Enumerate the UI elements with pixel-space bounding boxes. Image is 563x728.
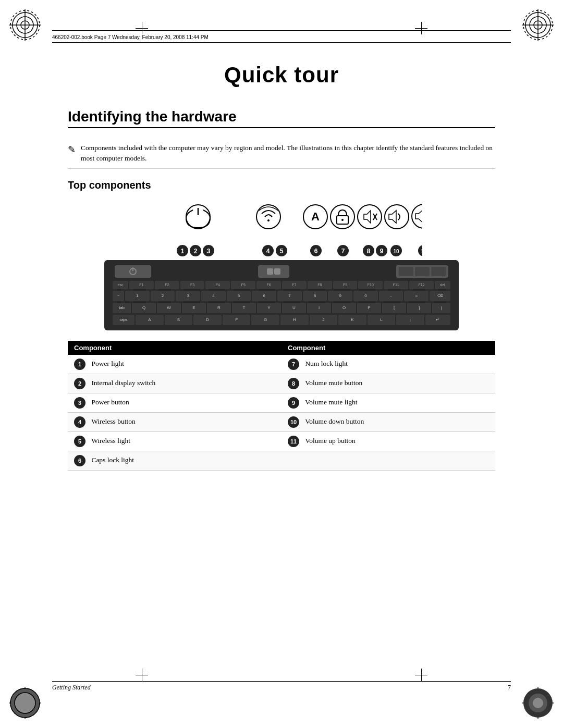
main-content: Quick tour Identifying the hardware ✎ Co… xyxy=(68,0,495,471)
table-cell-right: 10 Volume down button xyxy=(282,412,495,431)
component-number: 11 xyxy=(288,436,299,447)
corner-decoration-br xyxy=(522,687,554,719)
component-number: 5 xyxy=(74,436,85,447)
footer: Getting Started 7 xyxy=(52,681,511,692)
svg-point-40 xyxy=(385,205,409,229)
table-cell-right xyxy=(282,451,495,470)
table-row: 6 Caps lock light xyxy=(68,451,495,470)
component-number: 4 xyxy=(74,416,85,428)
component-number: 7 xyxy=(288,359,299,370)
table-cell-left: 3 Power button xyxy=(68,393,282,412)
table-cell-right: 7 Num lock light xyxy=(282,355,495,374)
note-text: Components included with the computer ma… xyxy=(81,143,495,164)
table-row: 4 Wireless button10 Volume down button xyxy=(68,412,495,431)
svg-text:6: 6 xyxy=(314,248,318,255)
svg-point-30 xyxy=(267,219,270,221)
header-bar-text: 466202-002.book Page 7 Wednesday, Februa… xyxy=(52,34,209,40)
table-row: 5 Wireless light11 Volume up button xyxy=(68,431,495,451)
svg-point-35 xyxy=(341,219,344,221)
corner-decoration-bl xyxy=(9,687,41,719)
page-title: Quick tour xyxy=(68,63,495,88)
table-cell-right: 8 Volume mute button xyxy=(282,374,495,393)
header-bar: 466202-002.book Page 7 Wednesday, Februa… xyxy=(52,30,511,43)
table-cell-right: 11 Volume up button xyxy=(282,431,495,451)
svg-text:7: 7 xyxy=(341,248,345,255)
diagram-container: A xyxy=(68,200,495,330)
svg-point-27 xyxy=(533,698,543,708)
table-cell-right: 9 Volume mute light xyxy=(282,393,495,412)
col2-header: Component xyxy=(282,341,495,355)
table-cell-left: 6 Caps lock light xyxy=(68,451,282,470)
svg-point-36 xyxy=(358,205,382,229)
table-cell-left: 1 Power light xyxy=(68,355,282,374)
component-number: 9 xyxy=(288,397,299,409)
component-number: 8 xyxy=(288,378,299,389)
svg-marker-37 xyxy=(364,211,371,223)
svg-point-33 xyxy=(331,205,354,229)
table-cell-left: 5 Wireless light xyxy=(68,431,282,451)
table-row: 2 Internal display switch8 Volume mute b… xyxy=(68,374,495,393)
cross-marker-bottom-left xyxy=(136,669,148,681)
corner-decoration-tl xyxy=(9,9,41,41)
svg-text:3: 3 xyxy=(207,248,211,255)
component-number: 3 xyxy=(74,397,85,409)
keyboard-photo: esc F1 F2 F3 F4 F5 F6 F7 F8 F9 F10 F11 F… xyxy=(104,260,459,330)
svg-text:8: 8 xyxy=(367,248,371,255)
svg-text:A: A xyxy=(311,210,320,223)
svg-point-29 xyxy=(256,205,280,229)
footer-left: Getting Started xyxy=(52,684,91,692)
component-number: 10 xyxy=(288,416,299,428)
svg-text:10: 10 xyxy=(393,249,399,254)
svg-marker-41 xyxy=(389,211,396,223)
component-number: 6 xyxy=(74,455,85,466)
footer-right: 7 xyxy=(508,684,511,692)
svg-text:2: 2 xyxy=(194,248,198,255)
svg-marker-43 xyxy=(415,210,422,223)
table-row: 1 Power light7 Num lock light xyxy=(68,355,495,374)
numbers-row-svg: 1 2 3 4 5 6 xyxy=(141,241,422,260)
component-number: 1 xyxy=(74,359,85,370)
svg-text:9: 9 xyxy=(380,248,384,255)
corner-decoration-tr xyxy=(522,9,554,41)
note-box: ✎ Components included with the computer … xyxy=(68,139,495,169)
svg-point-19 xyxy=(15,693,35,713)
svg-text:5: 5 xyxy=(280,248,284,255)
component-number: 2 xyxy=(74,378,85,389)
subsection-title: Top components xyxy=(68,179,495,191)
table-cell-left: 4 Wireless button xyxy=(68,412,282,431)
section-title: Identifying the hardware xyxy=(68,108,495,128)
components-table: Component Component 1 Power light7 Num l… xyxy=(68,341,495,471)
note-icon: ✎ xyxy=(68,144,76,155)
svg-point-42 xyxy=(412,204,422,228)
cross-marker-bottom-right xyxy=(415,669,427,681)
col1-header: Component xyxy=(68,341,282,355)
table-cell-left: 2 Internal display switch xyxy=(68,374,282,393)
svg-text:1: 1 xyxy=(181,248,185,255)
svg-text:11: 11 xyxy=(421,249,422,254)
table-row: 3 Power button9 Volume mute light xyxy=(68,393,495,412)
icons-diagram-svg: A xyxy=(141,200,422,241)
svg-text:4: 4 xyxy=(266,248,270,255)
